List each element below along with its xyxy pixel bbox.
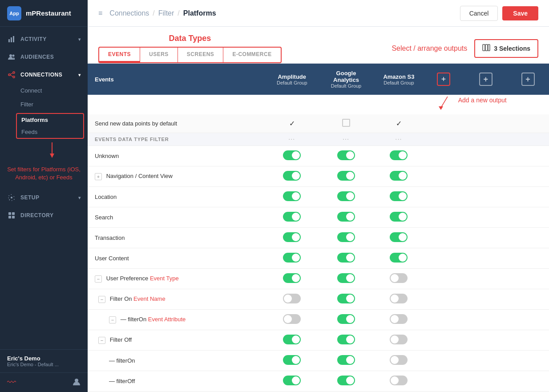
row-userpref-label: − User Preference Event Type: [88, 269, 267, 289]
toggle-loc-amazon[interactable]: [390, 191, 408, 201]
toggle-foffon-google[interactable]: [337, 355, 355, 365]
toggle-unknown-amplitude[interactable]: [283, 150, 301, 160]
toggle-foa-google[interactable]: [337, 314, 355, 324]
toggle-foff-amazon[interactable]: [390, 335, 408, 344]
row-unknown-amazon[interactable]: [375, 146, 423, 166]
sidebar-item-platforms[interactable]: Platforms: [17, 114, 83, 126]
save-button[interactable]: Save: [502, 6, 538, 20]
chart-icon: [7, 35, 16, 44]
app-logo-box: App: [7, 6, 21, 20]
expand-userpref[interactable]: −: [95, 275, 102, 283]
col-add3: +: [507, 64, 549, 95]
add-col3-button[interactable]: +: [521, 73, 535, 86]
toggle-foffoff-amplitude[interactable]: [283, 376, 301, 385]
svg-rect-0: [8, 39, 10, 42]
svg-point-3: [9, 54, 12, 57]
svg-rect-2: [13, 36, 14, 42]
expand-filteroff[interactable]: −: [98, 337, 105, 344]
add-output-button[interactable]: +: [437, 73, 450, 86]
sidebar-item-activity[interactable]: ACTIVITY ▾: [0, 30, 88, 48]
breadcrumb-sep2: /: [178, 9, 179, 17]
tab-events[interactable]: EVENTS: [99, 48, 140, 62]
toggle-up-google[interactable]: [337, 273, 355, 283]
hamburger-icon[interactable]: ≡: [98, 9, 102, 17]
table-row: − User Preference Event Type: [88, 269, 549, 289]
toggle-nav-amplitude[interactable]: [283, 171, 301, 181]
toggle-up-amplitude[interactable]: [283, 273, 301, 283]
row-unknown-google[interactable]: [317, 146, 375, 166]
toggle-search-amazon[interactable]: [390, 212, 408, 222]
col-events: Events: [88, 64, 267, 95]
expand-filteron[interactable]: −: [98, 296, 105, 303]
tabs-container: EVENTS USERS SCREENS E-COMMERCE: [98, 47, 282, 63]
toggle-fo-amazon[interactable]: [390, 294, 408, 303]
breadcrumb-connections[interactable]: Connections: [109, 9, 149, 17]
tab-users[interactable]: USERS: [140, 48, 178, 62]
row-unknown-label: Unknown: [88, 146, 267, 166]
section-header-label: EVENTS DATA TYPE FILTER: [88, 133, 267, 146]
toggle-unknown-google[interactable]: [337, 150, 355, 160]
data-types-left: Data Types EVENTS USERS SCREENS E-COMMER…: [98, 34, 282, 63]
sidebar-item-audiences[interactable]: AUDIENCES: [0, 48, 88, 66]
default-row: Send new data points by default ✓ ✓: [88, 114, 549, 133]
svg-point-7: [13, 76, 15, 78]
table-container: Events Amplitude Default Group Google An…: [88, 64, 549, 392]
table-row: − Filter Off: [88, 330, 549, 351]
table-row: − Filter On Event Name: [88, 289, 549, 310]
sidebar-item-filter[interactable]: Filter: [0, 97, 88, 111]
sidebar-item-setup[interactable]: SETUP ▾: [0, 189, 88, 206]
toggle-foff-amplitude[interactable]: [283, 335, 301, 344]
svg-rect-18: [485, 44, 488, 51]
breadcrumb: Connections / Filter / Platforms: [109, 9, 216, 17]
toggle-uc-amplitude[interactable]: [283, 253, 301, 263]
tab-screens[interactable]: SCREENS: [178, 48, 224, 62]
toggle-loc-google[interactable]: [337, 191, 355, 201]
toggle-txn-amplitude[interactable]: [283, 232, 301, 242]
data-types-title: Data Types: [98, 34, 282, 43]
svg-rect-19: [488, 44, 490, 51]
toggle-fo-google[interactable]: [337, 294, 355, 303]
toggle-search-amplitude[interactable]: [283, 212, 301, 222]
expand-filteron-attr[interactable]: −: [109, 316, 116, 323]
breadcrumb-filter[interactable]: Filter: [158, 9, 174, 17]
event-type-annotation: Event Type: [150, 275, 179, 282]
svg-rect-14: [8, 216, 11, 218]
toggle-uc-amazon[interactable]: [390, 253, 408, 263]
cancel-button[interactable]: Cancel: [460, 6, 498, 21]
toggle-txn-amazon[interactable]: [390, 232, 408, 242]
svg-line-8: [10, 73, 13, 74]
toggle-loc-amplitude[interactable]: [283, 191, 301, 201]
row-foff-filteroff-label: — filterOff: [88, 371, 267, 392]
selections-button[interactable]: 3 Selections: [474, 39, 538, 58]
toggle-foffoff-google[interactable]: [337, 376, 355, 385]
toggle-foffon-amplitude[interactable]: [283, 355, 301, 365]
toggle-up-amazon[interactable]: [390, 273, 408, 283]
table-row: — filterOn: [88, 351, 549, 371]
columns-icon: [482, 44, 490, 53]
toggle-foff-google[interactable]: [337, 335, 355, 344]
toggle-nav-google[interactable]: [337, 171, 355, 181]
expand-navigation[interactable]: +: [95, 173, 102, 180]
sidebar-item-connect[interactable]: Connect: [0, 84, 88, 97]
toggle-search-google[interactable]: [337, 212, 355, 222]
user-icon: [73, 378, 81, 388]
toggle-unknown-amazon[interactable]: [390, 150, 408, 160]
toggle-uc-google[interactable]: [337, 253, 355, 263]
col-add2: +: [464, 64, 507, 95]
toggle-foa-amplitude[interactable]: [283, 314, 301, 324]
toggle-foffon-amazon[interactable]: [390, 355, 408, 365]
toggle-nav-amazon[interactable]: [390, 171, 408, 181]
sidebar-item-feeds[interactable]: Feeds: [17, 126, 83, 138]
tab-ecommerce[interactable]: E-COMMERCE: [223, 48, 280, 62]
toggle-foffoff-amazon[interactable]: [390, 376, 408, 385]
data-types-right: Select / arrange outputs 3 Selections: [392, 39, 538, 63]
breadcrumb-platforms: Platforms: [183, 9, 216, 17]
sidebar-item-connections[interactable]: CONNECTIONS ▾: [0, 66, 88, 84]
add-col2-button[interactable]: +: [479, 73, 492, 86]
toggle-txn-google[interactable]: [337, 232, 355, 242]
amplitude-check: ✓: [289, 120, 295, 127]
toggle-foa-amazon[interactable]: [390, 314, 408, 324]
row-unknown-amplitude[interactable]: [267, 146, 317, 166]
sidebar-item-directory[interactable]: DIRECTORY: [0, 206, 88, 224]
toggle-fo-amplitude[interactable]: [283, 294, 301, 303]
